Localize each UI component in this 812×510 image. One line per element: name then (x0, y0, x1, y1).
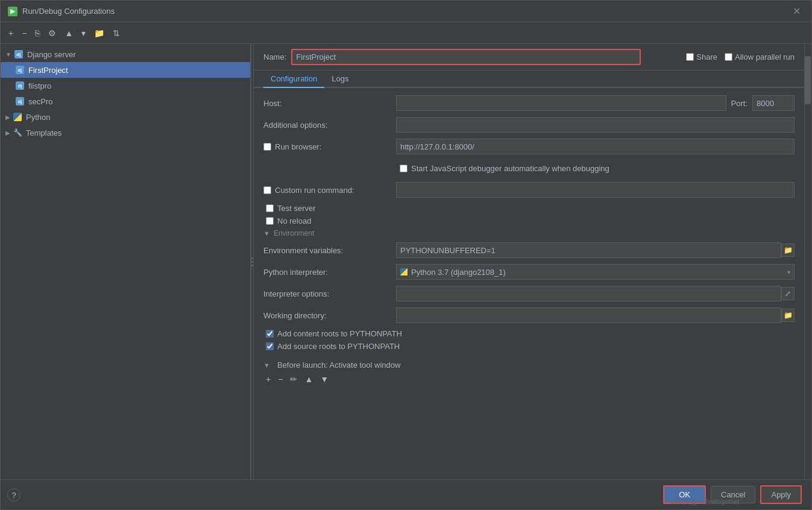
run-browser-input[interactable] (396, 139, 795, 154)
environment-expand-arrow: ▼ (263, 230, 270, 237)
interpreter-options-expand-button[interactable]: ⤢ (781, 287, 795, 300)
js-debugger-checkbox[interactable] (400, 165, 408, 172)
sort-button[interactable]: ⇅ (110, 27, 123, 40)
templates-label: Templates (26, 128, 61, 137)
right-scrollbar[interactable] (804, 44, 811, 479)
tabs-bar: Configuration Logs (254, 71, 804, 88)
working-directory-input[interactable] (396, 307, 781, 323)
env-vars-browse-button[interactable]: 📁 (781, 244, 795, 257)
name-label: Name: (263, 52, 286, 61)
env-vars-input[interactable] (396, 242, 781, 258)
additional-options-label: Additional options: (263, 121, 396, 130)
interpreter-value: Python 3.7 (django2108_1) (411, 268, 506, 277)
python-label: Python (26, 113, 50, 122)
no-reload-checkbox[interactable] (266, 217, 274, 225)
test-server-label: Test server (277, 204, 316, 213)
sidebar-item-fiistpro[interactable]: dj fiistpro (1, 78, 250, 93)
python-interpreter-label: Python interpreter: (263, 268, 396, 277)
expand-arrow-django: ▼ (5, 51, 11, 58)
folder-button[interactable]: 📁 (91, 27, 107, 40)
app-icon: ▶ (8, 7, 17, 16)
before-launch-edit-button[interactable]: ✏ (288, 373, 300, 385)
window-title: Run/Debug Configurations (22, 7, 789, 16)
parallel-run-label[interactable]: Allow parallel run (725, 52, 795, 61)
apply-button[interactable]: Apply (760, 485, 802, 504)
run-browser-checkbox[interactable] (263, 143, 271, 151)
move-up-button[interactable]: ▲ (61, 27, 76, 40)
sidebar-item-python[interactable]: ▶ Python (1, 109, 250, 125)
fiistpro-label: fiistpro (28, 81, 51, 90)
before-launch-up-button[interactable]: ▲ (302, 373, 315, 385)
secpro-icon: dj (15, 96, 25, 106)
port-input[interactable] (752, 95, 795, 111)
toolbar: + − ⎘ ⚙ ▲ ▾ 📁 ⇅ (1, 22, 811, 44)
django-server-icon: dj (14, 49, 24, 59)
env-vars-label: Environment variables: (263, 246, 396, 255)
settings-button[interactable]: ⚙ (45, 27, 59, 40)
add-source-roots-checkbox[interactable] (266, 342, 274, 350)
interpreter-options-input[interactable] (396, 286, 781, 301)
name-input-wrap (291, 49, 641, 65)
host-row: Host: Port: (263, 95, 795, 111)
working-directory-row: Working directory: 📁 (263, 307, 795, 323)
dropdown-button[interactable]: ▾ (78, 27, 89, 40)
parallel-run-checkbox[interactable] (725, 53, 732, 61)
templates-icon: 🔧 (13, 128, 22, 137)
js-debugger-row: Start JavaScript debugger automatically … (263, 160, 795, 176)
expand-arrow-python: ▶ (5, 114, 10, 121)
main-content: ▼ dj Django server dj FirstProject dj fi… (1, 44, 811, 479)
share-checkbox[interactable] (686, 53, 694, 61)
port-label: Port: (731, 99, 747, 108)
before-launch-add-button[interactable]: + (263, 373, 273, 385)
add-content-roots-checkbox[interactable] (266, 330, 274, 338)
sidebar-item-django-server[interactable]: ▼ dj Django server (1, 46, 250, 62)
run-browser-row: Run browser: (263, 139, 795, 154)
environment-section-title: Environment (274, 229, 314, 238)
python-icon (13, 112, 22, 122)
before-launch-actions: + − ✏ ▲ ▼ (263, 373, 795, 385)
before-launch-remove-button[interactable]: − (275, 373, 285, 385)
run-browser-label: Run browser: (275, 142, 321, 151)
no-reload-row: No reload (263, 216, 795, 225)
name-area: Name: Share Allow parallel run (254, 44, 804, 71)
title-bar: ▶ Run/Debug Configurations ✕ (1, 1, 811, 22)
parallel-run-text: Allow parallel run (735, 52, 795, 61)
host-input[interactable] (396, 95, 726, 111)
help-button[interactable]: ? (7, 488, 20, 502)
custom-run-input[interactable] (396, 182, 795, 198)
config-area: Host: Port: Additional options: (254, 88, 804, 479)
fiistpro-icon: dj (15, 81, 25, 90)
before-launch-label: Before launch: Activate tool window (277, 360, 401, 370)
firstproject-label: FirstProject (28, 66, 68, 75)
before-launch-header: ▼ Before launch: Activate tool window (263, 360, 795, 370)
test-server-row: Test server (263, 204, 795, 213)
custom-run-label: Custom run command: (275, 186, 354, 195)
python-interpreter-row: Python interpreter: Python 3.7 (django21… (263, 264, 795, 280)
tab-logs[interactable]: Logs (324, 71, 356, 88)
share-checkbox-label[interactable]: Share (686, 52, 717, 61)
remove-config-button[interactable]: − (19, 27, 30, 40)
add-source-roots-label: Add source roots to PYTHONPATH (277, 342, 400, 351)
watermark: CSDN @coffeetogether (670, 498, 740, 505)
share-options: Share Allow parallel run (686, 52, 795, 61)
working-directory-label: Working directory: (263, 311, 396, 320)
sidebar-item-firstproject[interactable]: dj FirstProject (1, 62, 250, 78)
additional-options-input[interactable] (396, 117, 795, 133)
sidebar: ▼ dj Django server dj FirstProject dj fi… (1, 44, 251, 479)
copy-config-button[interactable]: ⎘ (32, 27, 43, 40)
custom-run-row: Custom run command: (263, 182, 795, 198)
name-input[interactable] (292, 50, 640, 64)
custom-run-checkbox[interactable] (263, 186, 271, 194)
before-launch-down-button[interactable]: ▼ (318, 373, 331, 385)
environment-section-header[interactable]: ▼ Environment (263, 229, 795, 238)
interpreter-options-row: Interpreter options: ⤢ (263, 286, 795, 301)
sidebar-item-templates[interactable]: ▶ 🔧 Templates (1, 125, 250, 140)
close-button[interactable]: ✕ (789, 4, 804, 18)
add-config-button[interactable]: + (5, 27, 16, 40)
working-directory-browse-button[interactable]: 📁 (781, 309, 795, 322)
python-interpreter-select[interactable]: Python 3.7 (django2108_1) ▾ (396, 264, 795, 280)
sidebar-item-secpro[interactable]: dj secPro (1, 93, 250, 109)
test-server-checkbox[interactable] (266, 204, 274, 212)
interpreter-options-label: Interpreter options: (263, 289, 396, 298)
tab-configuration[interactable]: Configuration (263, 71, 324, 88)
